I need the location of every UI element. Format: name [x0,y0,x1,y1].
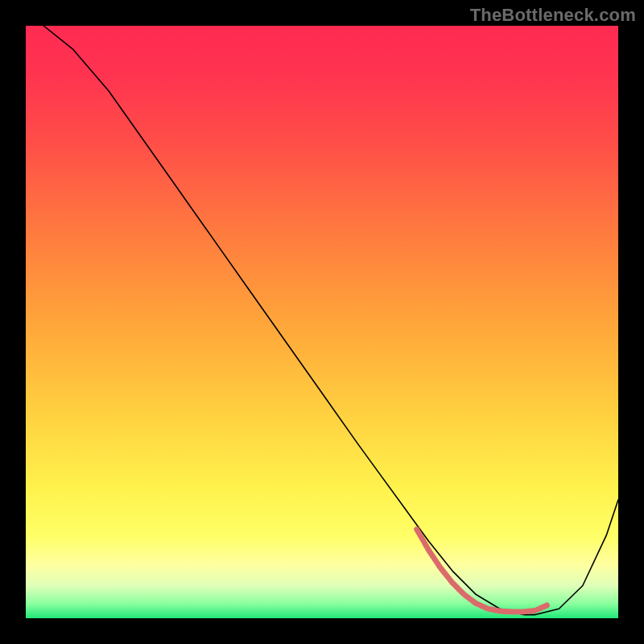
optimal-band-marker [417,530,547,612]
plot-area [26,26,618,618]
bottleneck-curve [43,26,618,615]
chart-layer [26,26,618,618]
watermark-text: TheBottleneck.com [470,5,636,26]
chart-stage: TheBottleneck.com [0,0,644,644]
